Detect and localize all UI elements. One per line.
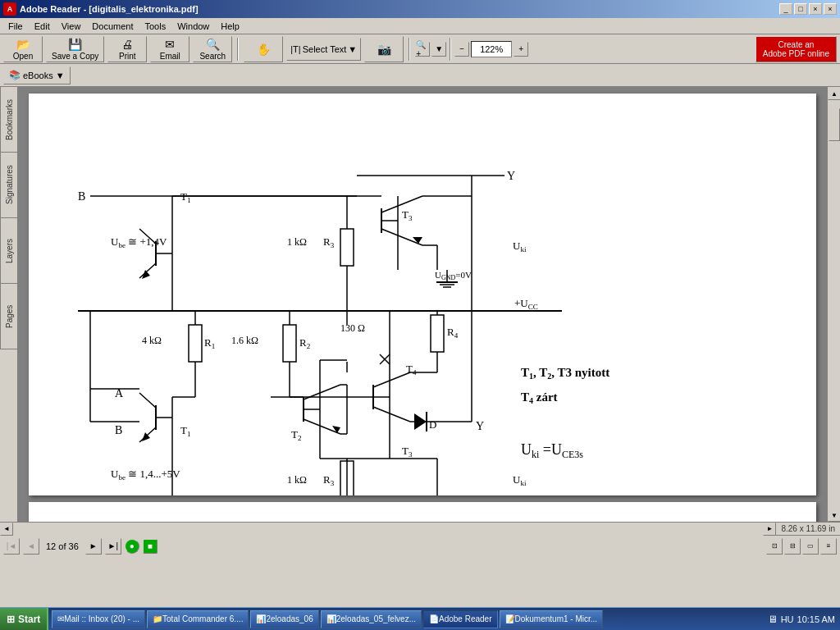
scroll-thumb[interactable] bbox=[829, 108, 840, 141]
print-button[interactable]: 🖨 Print bbox=[107, 36, 147, 62]
email-button[interactable]: ✉ Email bbox=[150, 36, 189, 62]
menu-file[interactable]: File bbox=[3, 20, 28, 33]
first-page-button[interactable]: |◄ bbox=[3, 538, 20, 555]
svg-text:T4 zárt: T4 zárt bbox=[521, 390, 558, 405]
zoom-in-button2[interactable]: + bbox=[514, 42, 528, 57]
word-label: Dokumentum1 - Micr... bbox=[515, 614, 598, 623]
select-text-button[interactable]: |T| Select Text ▼ bbox=[286, 38, 361, 61]
ebooks-dropdown-icon: ▼ bbox=[56, 71, 65, 80]
scroll-down-button[interactable]: ▼ bbox=[828, 509, 840, 522]
title-bar: A Adobe Reader - [digitalis_elektronika.… bbox=[0, 0, 840, 18]
zoom-out-dropdown[interactable]: ▼ bbox=[431, 42, 446, 57]
search-button[interactable]: 🔍 Search bbox=[193, 36, 232, 62]
svg-line-52 bbox=[373, 372, 410, 387]
toolbar: 📂 Open 💾 Save a Copy 🖨 Print ✉ Email 🔍 S… bbox=[0, 34, 840, 64]
taskbar-adobe[interactable]: 📄 Adobe Reader bbox=[423, 610, 498, 628]
ppt-icon: 📊 bbox=[256, 614, 266, 623]
app-icon: A bbox=[3, 2, 16, 16]
close-button[interactable]: × bbox=[824, 3, 837, 15]
svg-rect-12 bbox=[340, 229, 354, 266]
last-page-button[interactable]: ►| bbox=[105, 538, 121, 555]
single-page-button[interactable]: ▭ bbox=[802, 538, 819, 555]
bookmarks-tab[interactable]: Bookmarks bbox=[0, 87, 18, 153]
menu-window[interactable]: Window bbox=[172, 20, 214, 33]
taskbar-eloadas05[interactable]: 📊 2eloadas_05_felvez... bbox=[321, 610, 422, 628]
scroll-track[interactable] bbox=[828, 100, 840, 509]
svg-text:R4: R4 bbox=[447, 326, 459, 340]
taskbar-word[interactable]: 📝 Dokumentum1 - Micr... bbox=[500, 610, 604, 628]
start-label: Start bbox=[18, 614, 40, 625]
stop-button[interactable]: ■ bbox=[143, 539, 158, 554]
snapshot-button[interactable]: 📷 bbox=[364, 36, 404, 62]
word-icon: 📝 bbox=[505, 614, 515, 623]
menu-help[interactable]: Help bbox=[216, 20, 244, 33]
taskbar-right: 🖥 HU 10:15 AM bbox=[763, 614, 840, 625]
clock: 10:15 AM bbox=[797, 614, 835, 624]
zoom-out-button[interactable]: − bbox=[454, 42, 469, 57]
print-label: Print bbox=[119, 52, 136, 61]
mail-icon: ✉ bbox=[57, 614, 64, 623]
svg-marker-56 bbox=[414, 413, 427, 430]
save-icon: 💾 bbox=[68, 38, 82, 51]
scroll-up-button[interactable]: ▲ bbox=[828, 87, 840, 100]
document-viewer[interactable]: B T1 Y T3 R3 bbox=[18, 87, 827, 522]
svg-text:Uki: Uki bbox=[513, 240, 527, 253]
svg-text:T2: T2 bbox=[291, 428, 301, 442]
taskbar: ⊞ Start ✉ Mail :: Inbox (20) - ... 📁 Tot… bbox=[0, 607, 840, 630]
svg-line-66 bbox=[139, 427, 156, 442]
svg-text:Ube ≅ 1,4...+5V: Ube ≅ 1,4...+5V bbox=[111, 468, 180, 482]
prev-page-button[interactable]: ◄ bbox=[23, 538, 39, 555]
fit-width-button[interactable]: ⊟ bbox=[784, 538, 801, 555]
menu-view[interactable]: View bbox=[57, 20, 86, 33]
menu-document[interactable]: Document bbox=[87, 20, 138, 33]
zoom-in-button[interactable]: 🔍+ bbox=[415, 42, 430, 57]
svg-line-53 bbox=[373, 407, 410, 422]
save-copy-button[interactable]: 💾 Save a Copy bbox=[46, 36, 104, 62]
scroll-right-button[interactable]: ► bbox=[763, 523, 776, 536]
menu-edit[interactable]: Edit bbox=[30, 20, 55, 33]
pages-tab[interactable]: Pages bbox=[0, 284, 18, 349]
ebooks-button[interactable]: 📚 eBooks ▼ bbox=[3, 66, 71, 84]
page-size-info: 8.26 x 11.69 in bbox=[776, 524, 840, 533]
svg-line-65 bbox=[139, 393, 156, 408]
fit-page-button[interactable]: ⊡ bbox=[766, 538, 783, 555]
svg-text:T3: T3 bbox=[402, 445, 413, 459]
svg-text:Y: Y bbox=[476, 420, 484, 432]
hand-tool-button[interactable]: ✋ bbox=[244, 36, 283, 62]
create-pdf-button[interactable]: Create an Adobe PDF online bbox=[756, 36, 837, 62]
zoom-value: 122% bbox=[480, 44, 503, 54]
svg-text:Uki =UCE3s: Uki =UCE3s bbox=[521, 441, 583, 460]
right-scrollbar[interactable]: ▲ ▼ bbox=[827, 87, 840, 522]
signatures-tab[interactable]: Signatures bbox=[0, 153, 18, 218]
restore-button[interactable]: □ bbox=[794, 3, 807, 15]
title-bar-controls[interactable]: _ □ × × bbox=[779, 3, 837, 15]
taskbar-mail[interactable]: ✉ Mail :: Inbox (20) - ... bbox=[52, 610, 145, 628]
scroll-left-button[interactable]: ◄ bbox=[0, 523, 13, 536]
taskbar-commander[interactable]: 📁 Total Commander 6.... bbox=[147, 610, 249, 628]
layers-tab[interactable]: Layers bbox=[0, 218, 18, 284]
next-page-button[interactable]: ► bbox=[85, 538, 102, 555]
svg-text:B: B bbox=[78, 190, 85, 203]
continuous-button[interactable]: ≡ bbox=[820, 538, 837, 555]
taskbar-eloadas06[interactable]: 📊 2eloadas_06 bbox=[250, 610, 318, 628]
zoom-level-display[interactable]: 122% bbox=[471, 41, 512, 57]
commander-label: Total Commander 6.... bbox=[162, 614, 243, 623]
main-area: Bookmarks Signatures Layers Pages B T1 Y… bbox=[0, 87, 840, 522]
svg-text:R3: R3 bbox=[323, 473, 335, 487]
svg-text:T1, T2, T3 nyitott: T1, T2, T3 nyitott bbox=[521, 366, 609, 381]
close-inner-button[interactable]: × bbox=[809, 3, 822, 15]
ppt2-icon: 📊 bbox=[326, 614, 336, 623]
network-icon: 🖥 bbox=[768, 614, 778, 625]
mail-label: Mail :: Inbox (20) - ... bbox=[64, 614, 139, 623]
menu-tools[interactable]: Tools bbox=[140, 20, 171, 33]
window-title: Adobe Reader - [digitalis_elektronika.pd… bbox=[20, 4, 199, 14]
open-button[interactable]: 📂 Open bbox=[3, 36, 43, 62]
h-scroll-track[interactable] bbox=[13, 523, 763, 536]
start-button[interactable]: ⊞ Start bbox=[0, 608, 48, 631]
select-text-label: Select Text bbox=[303, 44, 347, 54]
email-label: Email bbox=[160, 52, 180, 61]
play-button[interactable]: ● bbox=[125, 539, 139, 554]
minimize-button[interactable]: _ bbox=[779, 3, 792, 15]
save-copy-label: Save a Copy bbox=[52, 52, 98, 61]
separator3 bbox=[450, 38, 451, 61]
